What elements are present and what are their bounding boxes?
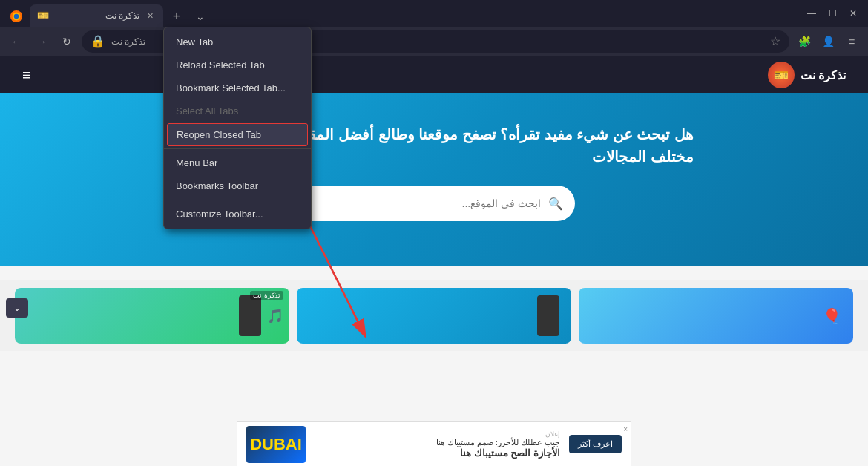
site-logo: تذكرة نت 🎫: [768, 62, 846, 88]
security-icon: 🔒: [91, 34, 105, 48]
extensions-button[interactable]: 🧩: [794, 31, 815, 52]
title-bar: 🎫 تذكرة نت ✕ + ⌄ — ☐ ✕: [0, 0, 868, 27]
thumbnail-1[interactable]: تذكرة نت 🎵: [15, 288, 289, 344]
tab-title: تذكرة نت: [53, 10, 139, 21]
chevron-down-icon: ⌄: [13, 303, 21, 313]
menu-item-customize-toolbar[interactable]: Customize Toolbar...: [164, 203, 311, 226]
ad-banner: DUBAI إعلان جيب عطلك للأحرر: صمم مستيباك…: [237, 421, 631, 466]
menu-separator-1: [164, 148, 311, 149]
tab-close-button[interactable]: ✕: [144, 10, 156, 22]
maximize-button[interactable]: ☐: [823, 4, 841, 22]
tab-context-menu: New Tab Reload Selected Tab Bookmark Sel…: [163, 27, 312, 229]
thumbnail-3[interactable]: 🎈: [579, 288, 853, 344]
ad-title: جيب عطلك للأحرر: صمم مستيباك هنا: [315, 438, 560, 447]
back-button[interactable]: ←: [6, 31, 27, 52]
browser-frame: 🎫 تذكرة نت ✕ + ⌄ — ☐ ✕ ← → ↻ 🔒 تذكرة نت …: [0, 0, 868, 466]
firefox-menu-button[interactable]: [6, 6, 27, 27]
navigation-bar: ← → ↻ 🔒 تذكرة نت ☆ 🧩 👤 ≡: [0, 27, 868, 56]
nav-right-buttons: 🧩 👤 ≡: [794, 31, 862, 52]
bookmark-icon[interactable]: ☆: [770, 34, 780, 48]
ad-label: إعلان: [315, 430, 560, 438]
reload-button[interactable]: ↻: [56, 31, 77, 52]
logo-text: تذكرة نت: [800, 68, 846, 82]
page-content: ≡ تذكرة نت 🎫 هل تبحث عن شيء مفيد تقرأه؟ …: [0, 56, 868, 466]
menu-item-bookmark-selected[interactable]: Bookmark Selected Tab...: [164, 76, 311, 99]
scroll-hint[interactable]: ⌄: [6, 298, 28, 318]
firefox-icon: [10, 10, 23, 23]
main-menu-button[interactable]: ≡: [841, 31, 862, 52]
window-controls: — ☐ ✕: [803, 4, 862, 22]
svg-point-2: [14, 14, 19, 19]
hamburger-menu[interactable]: ≡: [22, 67, 31, 84]
ad-text: إعلان جيب عطلك للأحرر: صمم مستيباك هنا ا…: [315, 430, 560, 459]
logo-icon: 🎫: [768, 62, 795, 88]
minimize-button[interactable]: —: [803, 4, 821, 22]
menu-item-bookmarks-toolbar[interactable]: Bookmarks Toolbar: [164, 174, 311, 197]
ad-subtitle: الأجازة الصح مستيباك هنا: [315, 447, 560, 459]
forward-button[interactable]: →: [31, 31, 52, 52]
site-header: ≡ تذكرة نت 🎫: [0, 56, 868, 93]
ad-cta-button[interactable]: اعرف أكثر: [569, 435, 622, 453]
thumbnail-2[interactable]: تذكرة نت: [297, 288, 571, 344]
menu-item-reopen-closed[interactable]: Reopen Closed Tab: [167, 123, 308, 146]
search-icon: 🔍: [548, 197, 563, 211]
tab-list-button[interactable]: ⌄: [190, 6, 211, 27]
hero-section: هل تبحث عن شيء مفيد تقرأه؟ تصفح موقعنا و…: [0, 93, 868, 266]
menu-item-reload-selected[interactable]: Reload Selected Tab: [164, 53, 311, 76]
menu-separator-2: [164, 200, 311, 200]
firefox-account-button[interactable]: 👤: [818, 31, 838, 52]
search-input[interactable]: [305, 197, 541, 209]
menu-item-new-tab[interactable]: New Tab: [164, 30, 311, 53]
ad-image: DUBAI: [246, 426, 306, 463]
tab-favicon: 🎫: [37, 10, 49, 22]
tab-area: 🎫 تذكرة نت ✕ + ⌄: [6, 0, 800, 27]
close-button[interactable]: ✕: [844, 4, 862, 22]
search-bar[interactable]: 🔍: [293, 186, 575, 221]
menu-item-select-all: Select All Tabs: [164, 99, 311, 122]
menu-item-menu-bar[interactable]: Menu Bar: [164, 151, 311, 174]
ad-close-button[interactable]: ×: [623, 425, 628, 433]
new-tab-button[interactable]: +: [166, 6, 187, 27]
active-tab[interactable]: 🎫 تذكرة نت ✕: [30, 4, 163, 27]
